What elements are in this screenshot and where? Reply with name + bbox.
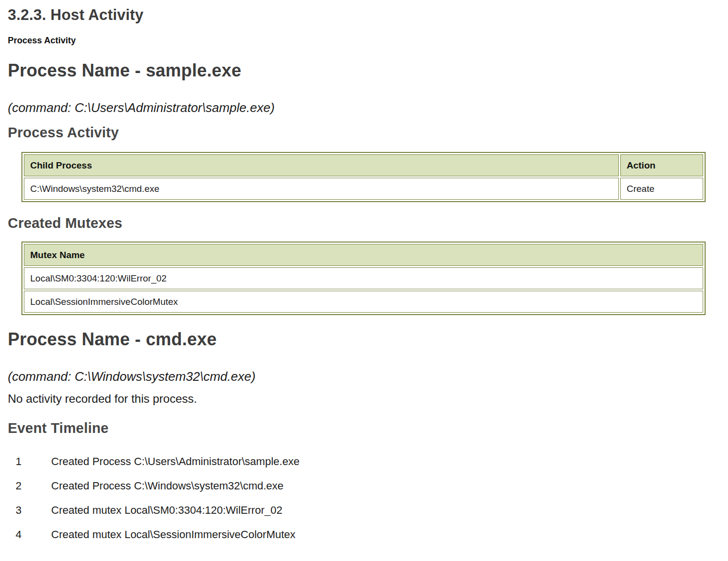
mutex-name-cell: Local\SessionImmersiveColorMutex [24,291,703,313]
timeline-event: 1 Created Process C:\Users\Administrator… [8,455,720,468]
table-row: C:\Windows\system32\cmd.exe Create [24,178,703,200]
table-row: Local\SM0:3304:120:WilError_02 [24,267,703,289]
timeline-event-number: 2 [8,480,51,492]
command-line-cmd: (command: C:\Windows\system32\cmd.exe) [8,369,720,384]
process-title-sample: Process Name - sample.exe [8,60,720,81]
event-timeline-heading: Event Timeline [8,420,720,437]
timeline-event-text: Created mutex Local\SessionImmersiveColo… [51,528,720,541]
column-header-mutex-name: Mutex Name [24,244,703,266]
table-header-row: Mutex Name [24,244,703,266]
table-header-row: Child Process Action [24,154,703,176]
timeline-event: 2 Created Process C:\Windows\system32\cm… [8,480,720,492]
process-activity-table: Child Process Action C:\Windows\system32… [21,152,706,202]
subsection-label: Process Activity [8,36,720,46]
child-process-cell: C:\Windows\system32\cmd.exe [24,178,619,200]
command-line-sample: (command: C:\Users\Administrator\sample.… [8,100,720,115]
created-mutexes-heading: Created Mutexes [8,215,720,232]
timeline-event-number: 4 [8,528,51,541]
process-title-cmd: Process Name - cmd.exe [8,329,720,350]
table-row: Local\SessionImmersiveColorMutex [24,291,703,313]
timeline-event: 4 Created mutex Local\SessionImmersiveCo… [8,528,720,541]
column-header-action: Action [620,154,703,176]
mutex-name-cell: Local\SM0:3304:120:WilError_02 [24,267,703,289]
timeline-event-number: 1 [8,455,51,468]
no-activity-message: No activity recorded for this process. [8,392,720,406]
section-title: 3.2.3. Host Activity [8,6,720,24]
column-header-child-process: Child Process [24,154,619,176]
timeline-event-text: Created Process C:\Users\Administrator\s… [51,455,720,468]
timeline-event: 3 Created mutex Local\SM0:3304:120:WilEr… [8,504,720,517]
mutex-table: Mutex Name Local\SM0:3304:120:WilError_0… [21,242,706,315]
action-cell: Create [620,178,703,200]
event-timeline-list: 1 Created Process C:\Users\Administrator… [8,455,720,541]
timeline-event-text: Created Process C:\Windows\system32\cmd.… [51,480,720,492]
process-activity-heading: Process Activity [8,124,720,141]
timeline-event-text: Created mutex Local\SM0:3304:120:WilErro… [51,504,720,517]
timeline-event-number: 3 [8,504,51,517]
report-page: 3.2.3. Host Activity Process Activity Pr… [0,6,728,561]
